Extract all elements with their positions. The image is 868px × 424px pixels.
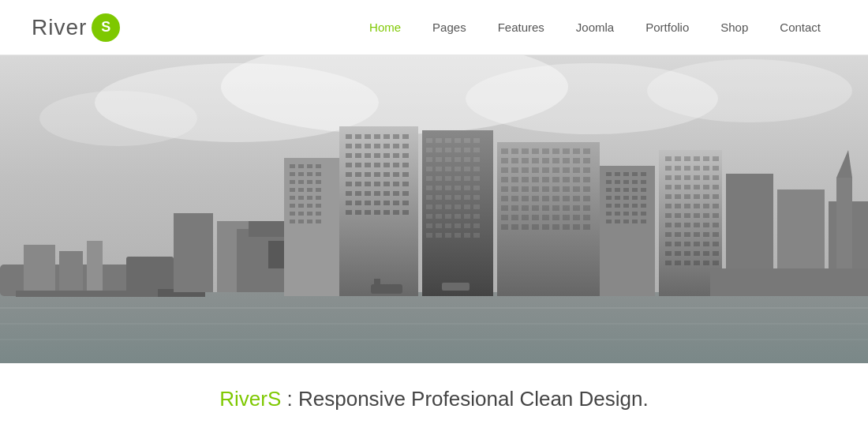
svg-rect-187 [473, 233, 480, 238]
svg-rect-225 [501, 186, 508, 192]
svg-rect-310 [665, 156, 672, 161]
tagline-rest: : Responsive Profesional Clean Design. [281, 387, 648, 411]
nav-item-portfolio[interactable]: Portfolio [630, 0, 705, 55]
nav-item-pages[interactable]: Pages [417, 0, 482, 55]
svg-rect-370 [665, 251, 672, 256]
svg-rect-358 [665, 232, 672, 237]
svg-rect-289 [641, 188, 646, 192]
svg-rect-339 [713, 194, 719, 199]
svg-rect-321 [713, 166, 719, 171]
svg-rect-219 [532, 177, 539, 182]
svg-rect-26 [355, 134, 361, 139]
svg-rect-298 [632, 204, 638, 208]
svg-rect-352 [665, 223, 672, 227]
svg-rect-56 [374, 172, 380, 177]
svg-rect-322 [665, 175, 672, 180]
svg-rect-104 [316, 188, 321, 192]
svg-rect-376 [665, 261, 672, 265]
nav-item-joomla[interactable]: Joomla [560, 0, 630, 55]
svg-rect-95 [307, 172, 312, 176]
svg-rect-270 [600, 166, 655, 296]
svg-rect-173 [455, 214, 461, 219]
svg-rect-184 [445, 233, 451, 238]
svg-rect-326 [703, 175, 709, 180]
svg-rect-96 [316, 172, 321, 176]
svg-rect-67 [346, 191, 352, 196]
svg-rect-14 [87, 241, 103, 296]
nav-item-home[interactable]: Home [354, 0, 417, 55]
svg-rect-155 [455, 186, 461, 190]
svg-rect-142 [445, 167, 451, 171]
svg-rect-45 [402, 153, 409, 158]
svg-rect-199 [511, 158, 518, 163]
svg-rect-249 [563, 205, 570, 211]
nav-item-shop[interactable]: Shop [705, 0, 764, 55]
svg-rect-284 [641, 180, 646, 184]
svg-rect-305 [606, 220, 612, 223]
svg-rect-224 [583, 177, 590, 182]
svg-rect-359 [675, 232, 681, 237]
svg-rect-61 [355, 182, 361, 186]
svg-point-5 [39, 91, 197, 146]
svg-rect-49 [374, 163, 380, 167]
svg-rect-53 [346, 172, 352, 177]
svg-rect-367 [694, 242, 700, 246]
svg-rect-281 [615, 180, 620, 184]
svg-rect-335 [675, 194, 681, 199]
tagline-brand: RiverS [219, 387, 281, 411]
svg-rect-259 [573, 215, 580, 220]
svg-rect-341 [675, 204, 681, 208]
svg-rect-129 [436, 148, 442, 152]
svg-rect-190 [511, 148, 518, 154]
svg-rect-368 [703, 242, 709, 246]
main-nav: Home Pages Features Joomla Portfolio Sho… [354, 0, 836, 55]
svg-rect-346 [665, 213, 672, 218]
svg-rect-327 [713, 175, 719, 180]
svg-rect-203 [552, 158, 559, 163]
svg-rect-286 [615, 188, 620, 192]
svg-rect-44 [393, 153, 399, 158]
svg-rect-189 [501, 148, 508, 154]
svg-rect-374 [703, 251, 709, 256]
svg-rect-191 [522, 148, 529, 154]
svg-rect-277 [623, 172, 629, 176]
logo[interactable]: River S [32, 13, 120, 42]
svg-rect-220 [542, 177, 549, 182]
svg-rect-28 [374, 134, 380, 139]
logo-badge-letter: S [101, 19, 110, 36]
svg-rect-108 [316, 196, 321, 200]
svg-rect-258 [563, 215, 570, 220]
svg-rect-268 [573, 224, 580, 230]
svg-rect-338 [703, 194, 709, 199]
svg-rect-297 [623, 204, 629, 208]
svg-rect-13 [59, 251, 83, 296]
svg-rect-349 [694, 213, 700, 218]
nav-item-contact[interactable]: Contact [764, 0, 836, 55]
nav-item-features[interactable]: Features [482, 0, 560, 55]
svg-rect-169 [473, 204, 480, 209]
svg-rect-97 [290, 180, 295, 184]
svg-rect-279 [641, 172, 646, 176]
svg-rect-208 [511, 167, 518, 173]
svg-rect-215 [583, 167, 590, 173]
svg-rect-209 [522, 167, 529, 173]
svg-rect-168 [464, 204, 470, 209]
svg-rect-157 [473, 186, 480, 190]
svg-rect-31 [402, 134, 409, 139]
svg-rect-386 [710, 268, 868, 296]
site-header: River S Home Pages Features Joomla Portf… [0, 0, 868, 55]
svg-rect-32 [346, 144, 352, 148]
svg-rect-58 [393, 172, 399, 177]
svg-rect-174 [464, 214, 470, 219]
svg-rect-127 [473, 138, 480, 143]
svg-rect-283 [632, 180, 638, 184]
svg-rect-48 [365, 163, 371, 167]
svg-rect-111 [307, 204, 312, 208]
svg-rect-51 [393, 163, 399, 167]
svg-rect-357 [713, 223, 719, 227]
svg-rect-293 [632, 196, 638, 200]
svg-rect-17 [174, 213, 213, 292]
svg-rect-201 [532, 158, 539, 163]
svg-rect-318 [684, 166, 690, 171]
svg-rect-171 [436, 214, 442, 219]
